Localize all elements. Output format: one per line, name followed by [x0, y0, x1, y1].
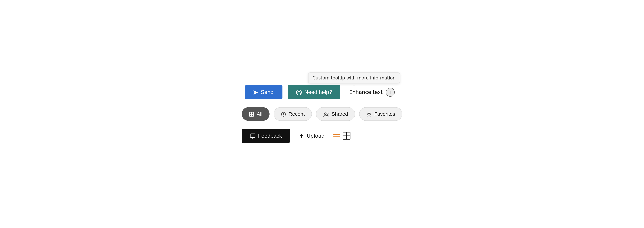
enhance-text-label: Enhance text — [349, 89, 383, 95]
all-icon — [249, 111, 254, 117]
headset-icon — [296, 89, 302, 95]
filter-recent-label: Recent — [288, 111, 305, 117]
feedback-button[interactable]: Feedback — [242, 129, 290, 143]
info-button[interactable]: i — [386, 88, 395, 97]
recent-icon — [281, 111, 286, 117]
send-label: Send — [261, 89, 274, 95]
filter-favorites-label: Favorites — [374, 111, 395, 117]
grid-view-button[interactable] — [343, 132, 350, 140]
need-help-label: Need help? — [304, 89, 332, 95]
tooltip-text: Custom tooltip with more information — [312, 75, 396, 81]
main-container: Send Need help? Enhance text i — [228, 75, 416, 153]
bottom-row: Feedback Upload — [242, 129, 402, 143]
svg-marker-0 — [254, 90, 258, 95]
tooltip-box: Custom tooltip with more information — [308, 73, 400, 83]
list-line-2 — [333, 136, 340, 137]
filter-recent-button[interactable]: Recent — [274, 107, 312, 121]
filter-shared-label: Shared — [332, 111, 348, 117]
upload-label: Upload — [307, 133, 325, 139]
svg-point-4 — [298, 94, 299, 94]
upload-icon — [298, 133, 304, 139]
svg-marker-14 — [367, 112, 371, 116]
filter-favorites-button[interactable]: Favorites — [359, 107, 402, 121]
shared-icon — [323, 111, 329, 117]
svg-rect-2 — [298, 92, 298, 94]
upload-button[interactable]: Upload — [298, 133, 325, 139]
filter-row: All Recent Shared — [242, 107, 402, 121]
info-icon: i — [390, 90, 390, 95]
feedback-label: Feedback — [258, 133, 282, 139]
feedback-icon — [250, 133, 256, 139]
svg-point-12 — [324, 113, 326, 115]
filter-shared-button[interactable]: Shared — [316, 107, 355, 121]
svg-rect-15 — [250, 134, 255, 137]
send-icon — [253, 89, 258, 95]
filter-all-button[interactable]: All — [242, 107, 269, 121]
svg-line-11 — [284, 114, 284, 115]
send-button[interactable]: Send — [245, 85, 282, 99]
list-view-button[interactable] — [333, 134, 340, 137]
filter-all-label: All — [256, 111, 262, 117]
favorites-icon — [366, 111, 372, 117]
list-line-1 — [333, 134, 340, 135]
enhance-text-group: Enhance text i Custom tooltip with more … — [349, 88, 395, 97]
row-actions: Send Need help? Enhance text i — [242, 85, 402, 99]
need-help-button[interactable]: Need help? — [288, 85, 340, 99]
svg-point-13 — [327, 113, 328, 114]
view-toggle — [333, 132, 350, 140]
